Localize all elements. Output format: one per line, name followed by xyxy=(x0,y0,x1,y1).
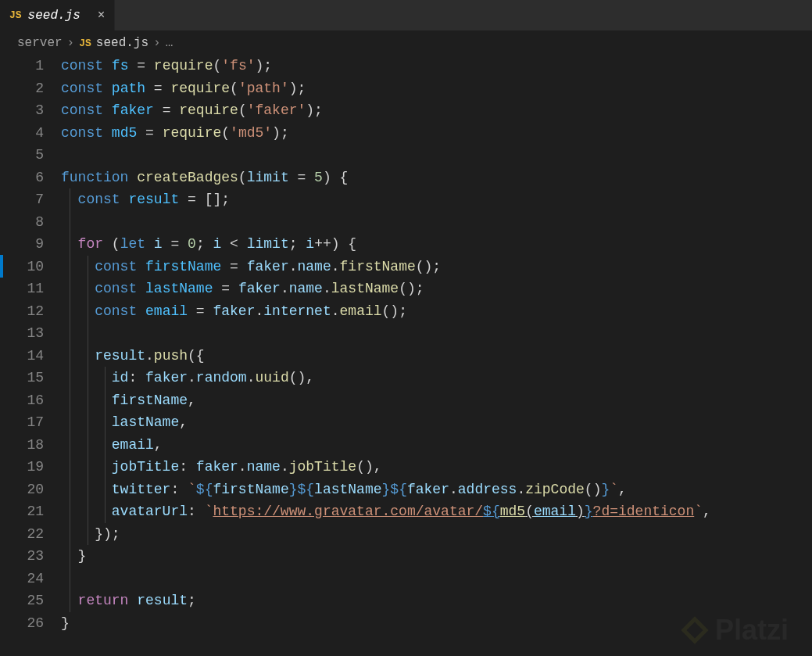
token-fn: md5 xyxy=(500,504,525,519)
token-fn: push xyxy=(154,348,188,364)
token-var: result xyxy=(95,348,145,364)
breadcrumb-symbol[interactable]: … xyxy=(166,36,173,50)
chevron-right-icon: › xyxy=(153,36,161,50)
line-number: 21 xyxy=(0,500,44,523)
token-string: 'fs' xyxy=(221,58,255,73)
token-var: email xyxy=(534,504,576,519)
code-line[interactable] xyxy=(61,144,812,167)
code-line[interactable]: } xyxy=(61,545,812,568)
code-line[interactable]: function createBadges(limit = 5) { xyxy=(61,167,812,189)
token-punct: } xyxy=(61,615,70,631)
token-keyword: const xyxy=(95,281,137,296)
token-punct: . xyxy=(449,482,458,497)
token-var: result xyxy=(128,192,179,207)
code-line[interactable] xyxy=(61,568,812,590)
code-line[interactable]: firstName, xyxy=(61,389,812,412)
token-fn: require xyxy=(179,102,238,118)
code-line[interactable]: const fs = require('fs'); xyxy=(61,55,812,77)
token-punct: , xyxy=(188,393,196,408)
token-punct: ( xyxy=(213,58,221,73)
code-line[interactable]: const email = faker.internet.email(); xyxy=(61,300,812,323)
code-editor[interactable]: 1 2 3 4 5 6 7 8 9 10 11 12 13 14 15 16 1… xyxy=(0,55,812,634)
token-var: faker xyxy=(145,370,188,385)
token-op: = xyxy=(163,236,188,252)
token-fn: email xyxy=(340,303,382,319)
token-interp: ${ xyxy=(390,482,407,497)
token-string: 'md5' xyxy=(230,125,272,141)
token-fn: require xyxy=(163,125,222,141)
token-var: md5 xyxy=(112,125,137,141)
line-number: 23 xyxy=(0,545,44,568)
code-line[interactable]: }); xyxy=(61,523,812,546)
token-prop: name xyxy=(289,281,323,296)
token-op: ++) { xyxy=(314,236,356,252)
code-line[interactable]: return result; xyxy=(61,590,812,612)
breadcrumb[interactable]: server › JS seed.js › … xyxy=(0,31,812,55)
token-punct: ); xyxy=(306,102,323,118)
token-punct: . xyxy=(281,281,289,296)
token-punct: }); xyxy=(95,526,120,542)
token-interp: ${ xyxy=(298,482,315,497)
token-punct: . xyxy=(247,370,256,385)
code-line[interactable]: for (let i = 0; i < limit; i++) { xyxy=(61,233,812,256)
line-number: 10 xyxy=(0,256,44,278)
token-punct: , xyxy=(179,414,188,430)
token-var: fs xyxy=(112,58,129,73)
line-number: 16 xyxy=(0,389,44,412)
token-keyword: let xyxy=(120,236,145,252)
code-line[interactable]: jobTitle: faker.name.jobTitle(), xyxy=(61,456,812,479)
code-line[interactable]: lastName, xyxy=(61,411,812,434)
code-area[interactable]: const fs = require('fs'); const path = r… xyxy=(61,55,812,634)
code-line[interactable]: twitter: `${firstName}${lastName}${faker… xyxy=(61,479,812,501)
tab-seed-js[interactable]: JS seed.js × xyxy=(0,0,115,30)
token-keyword: for xyxy=(78,236,103,252)
token-punct: ; xyxy=(196,236,213,252)
code-line[interactable]: email, xyxy=(61,434,812,457)
token-url: ?d=identicon xyxy=(593,504,695,519)
js-icon: JS xyxy=(79,38,91,49)
token-keyword: return xyxy=(78,593,129,608)
token-string: ` xyxy=(610,482,618,497)
gutter-change-marker xyxy=(0,255,3,278)
code-line[interactable] xyxy=(61,211,812,234)
code-line[interactable] xyxy=(61,322,812,345)
token-string: ` xyxy=(694,504,703,519)
code-line[interactable]: const result = []; xyxy=(61,188,812,211)
code-line[interactable]: avatarUrl: `https://www.gravatar.com/ava… xyxy=(61,500,812,523)
token-keyword: const xyxy=(95,259,137,274)
line-number: 12 xyxy=(0,300,44,323)
line-number: 26 xyxy=(0,612,44,635)
line-number: 18 xyxy=(0,434,44,457)
code-line[interactable]: } xyxy=(61,612,812,635)
breadcrumb-folder[interactable]: server xyxy=(17,36,63,50)
token-punct: ( xyxy=(525,504,534,519)
token-interp: } xyxy=(601,482,610,497)
code-line[interactable]: const md5 = require('md5'); xyxy=(61,122,812,145)
code-line[interactable]: const lastName = faker.name.lastName(); xyxy=(61,278,812,300)
code-line[interactable]: result.push({ xyxy=(61,345,812,367)
token-punct: (); xyxy=(416,259,441,274)
line-number: 11 xyxy=(0,278,44,300)
code-line[interactable]: const faker = require('faker'); xyxy=(61,99,812,122)
token-punct: () xyxy=(585,482,602,497)
code-line[interactable]: const firstName = faker.name.firstName()… xyxy=(61,256,812,278)
token-interp: ${ xyxy=(196,482,213,497)
token-punct: . xyxy=(331,259,340,274)
token-punct: , xyxy=(154,437,163,453)
token-prop: name xyxy=(298,259,331,274)
breadcrumb-file[interactable]: seed.js xyxy=(96,36,148,50)
token-punct: (); xyxy=(382,303,407,319)
code-line[interactable]: id: faker.random.uuid(), xyxy=(61,367,812,389)
token-punct: ); xyxy=(289,81,306,96)
token-fn: createBadges xyxy=(137,170,238,185)
token-var: i xyxy=(154,236,163,252)
token-op: = xyxy=(154,102,179,118)
token-var: limit xyxy=(247,170,289,185)
token-punct: : xyxy=(179,459,196,475)
code-line[interactable]: const path = require('path'); xyxy=(61,77,812,100)
token-keyword: function xyxy=(61,170,128,185)
token-prop: address xyxy=(458,482,517,497)
token-prop: random xyxy=(196,370,247,385)
token-interp: } xyxy=(585,504,593,519)
close-icon[interactable]: × xyxy=(98,9,106,23)
